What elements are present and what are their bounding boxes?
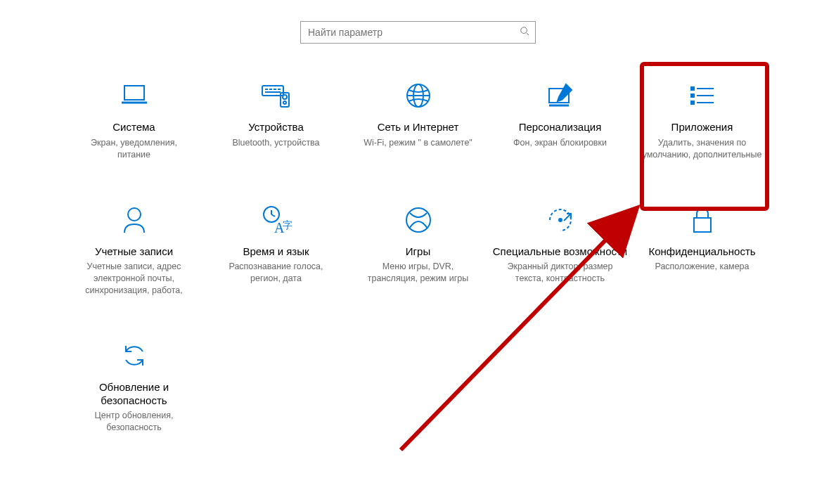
search-input[interactable] <box>307 26 520 39</box>
person-icon <box>120 203 148 237</box>
tile-title: Учетные записи <box>95 245 173 259</box>
tile-title: Конфиденциальность <box>648 245 755 259</box>
tile-title: Сеть и Интернет <box>378 121 459 134</box>
tile-desc: Центр обновления, безопасность <box>75 410 194 434</box>
tile-ease-of-access[interactable]: Специальные возможности Экранный диктор,… <box>489 196 631 304</box>
tile-time-language[interactable]: A 字 Время и язык Распознавание голоса, р… <box>205 196 347 304</box>
tile-accounts[interactable]: Учетные записи Учетные записи, адрес эле… <box>63 196 205 304</box>
tile-desc: Распознавание голоса, регион, дата <box>217 261 336 285</box>
tile-title: Приложения <box>671 121 733 134</box>
svg-point-24 <box>128 208 141 221</box>
tile-apps[interactable]: Приложения Удалить, значения по умолчани… <box>631 72 773 168</box>
tile-desc: Bluetooth, устройства <box>232 137 319 149</box>
search-box[interactable] <box>300 21 536 44</box>
tile-desc: Экранный диктор, размер текста, контраст… <box>501 261 620 285</box>
tile-system[interactable]: Система Экран, уведомления, питание <box>63 72 205 168</box>
svg-point-32 <box>559 219 562 221</box>
svg-rect-22 <box>691 101 694 104</box>
tile-desc: Учетные записи, адрес электронной почты,… <box>75 261 194 297</box>
settings-grid: Система Экран, уведомления, питание Устр… <box>63 72 773 441</box>
svg-rect-18 <box>691 87 694 90</box>
tile-gaming[interactable]: Игры Меню игры, DVR, трансляция, режим и… <box>347 196 489 304</box>
tile-title: Специальные возможности <box>493 245 628 259</box>
search-icon <box>520 26 529 39</box>
svg-point-0 <box>521 27 527 34</box>
tile-title: Устройства <box>248 121 303 134</box>
tile-title: Обновление и безопасность <box>66 381 202 408</box>
ease-of-access-icon <box>546 203 575 237</box>
tile-desc: Расположение, камера <box>655 261 749 273</box>
tile-desc: Меню игры, DVR, трансляция, режим игры <box>359 261 478 285</box>
xbox-icon <box>404 203 432 237</box>
tile-desc: Фон, экран блокировки <box>513 137 607 149</box>
tile-title: Персонализация <box>519 121 602 134</box>
time-language-icon: A 字 <box>260 203 292 237</box>
svg-rect-33 <box>694 218 711 232</box>
tile-title: Система <box>112 121 155 134</box>
tile-desc: Экран, уведомления, питание <box>75 137 194 161</box>
sync-icon <box>120 339 148 373</box>
tile-title: Игры <box>406 245 430 259</box>
svg-text:字: 字 <box>283 220 292 231</box>
svg-line-1 <box>527 33 529 36</box>
devices-icon <box>259 79 293 112</box>
svg-line-27 <box>271 214 275 217</box>
tile-privacy[interactable]: Конфиденциальность Расположение, камера <box>631 196 773 304</box>
tile-desc: Wi-Fi, режим " в самолете" <box>364 137 472 149</box>
tile-devices[interactable]: Устройства Bluetooth, устройства <box>205 72 347 168</box>
svg-rect-2 <box>124 86 144 100</box>
apps-list-icon <box>687 79 718 112</box>
lock-icon <box>690 203 715 237</box>
tile-update-security[interactable]: Обновление и безопасность Центр обновлен… <box>63 332 205 441</box>
svg-rect-20 <box>691 94 694 97</box>
tile-desc: Удалить, значения по умолчанию, дополнит… <box>643 137 762 161</box>
laptop-icon <box>119 79 150 112</box>
tile-title: Время и язык <box>243 245 309 259</box>
globe-icon <box>404 79 432 112</box>
tile-personalization[interactable]: Персонализация Фон, экран блокировки <box>489 72 631 168</box>
tile-network[interactable]: Сеть и Интернет Wi-Fi, режим " в самолет… <box>347 72 489 168</box>
paint-icon <box>545 79 576 112</box>
svg-point-12 <box>283 101 286 104</box>
svg-point-11 <box>283 95 287 99</box>
